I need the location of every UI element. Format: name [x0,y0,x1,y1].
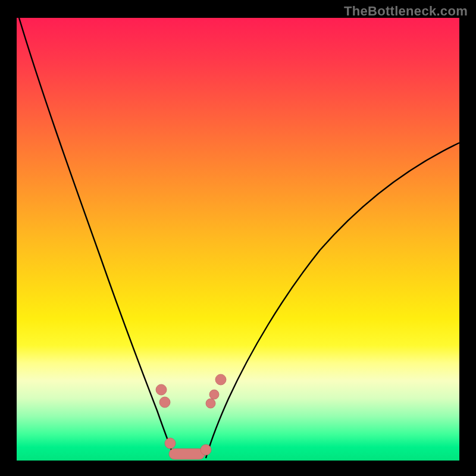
left-marker-2 [159,397,170,408]
bottom-bar-end-left [165,438,176,449]
curve-layer [17,18,459,461]
chart-frame: TheBottleneck.com [0,0,476,476]
marker-group [156,374,226,459]
bottom-bar-marker [169,449,205,459]
right-marker-1 [206,399,215,408]
plot-area [17,18,459,461]
left-curve [19,18,174,458]
bottom-bar-end-right [201,444,211,455]
right-curve [206,143,459,458]
watermark-label: TheBottleneck.com [344,4,468,19]
left-marker-1 [156,384,167,395]
right-marker-3 [215,374,226,385]
right-marker-2 [209,390,219,399]
